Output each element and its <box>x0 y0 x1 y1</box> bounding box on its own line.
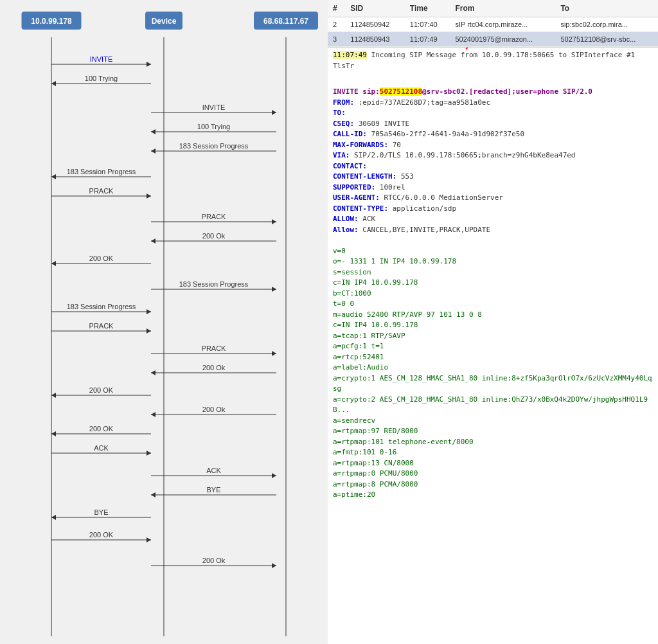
sdp-line: a=rtpmap:13 CN/8000 <box>333 458 653 469</box>
table-row[interactable]: 2 1124850942 11:07:40 sIP rtc04.corp.mir… <box>328 17 658 32</box>
svg-marker-76 <box>147 537 151 542</box>
svg-marker-37 <box>51 261 56 266</box>
svg-text:INVITE: INVITE <box>202 103 225 111</box>
header-line: CSEQ: 30609 INVITE <box>333 119 653 130</box>
svg-text:ACK: ACK <box>94 444 109 452</box>
col-from: From <box>450 0 555 17</box>
svg-text:PRACK: PRACK <box>89 322 114 330</box>
svg-marker-55 <box>51 393 56 398</box>
svg-text:ACK: ACK <box>206 467 221 474</box>
svg-text:BYE: BYE <box>94 508 108 516</box>
header-line: MAX-FORWARDS: 70 <box>333 140 653 151</box>
svg-marker-25 <box>51 174 56 179</box>
sdp-line: a=rtpmap:8 PCMA/8000 <box>333 479 653 490</box>
sdp-line: t=0 0 <box>333 299 653 310</box>
svg-marker-52 <box>151 370 156 375</box>
cell-to: 5027512108@srv-sbc... <box>555 32 658 47</box>
svg-marker-61 <box>51 431 56 436</box>
ladder-diagram: 10.0.99.178Device68.68.117.67INVITE100 T… <box>0 6 328 636</box>
svg-marker-58 <box>151 412 156 417</box>
svg-text:200 Ok: 200 Ok <box>202 557 226 564</box>
col-num: # <box>328 0 345 17</box>
svg-marker-49 <box>272 351 276 356</box>
sdp-line: a=label:Audio <box>333 362 653 373</box>
header-line: FROM: ;epid=737AE268D7;tag=aa9581a0ec <box>333 98 653 109</box>
svg-text:183 Session Progress: 183 Session Progress <box>179 280 249 288</box>
cell-time: 11:07:49 <box>405 32 450 47</box>
header-line: SUPPORTED: 100rel <box>333 183 653 193</box>
invite-line: INVITE sip:5027512108@srv-sbc02.[redacte… <box>333 87 653 98</box>
cell-to: sip:sbc02.corp.mira... <box>555 17 658 32</box>
table-row[interactable]: 3 1124850943 11:07:49 5024001975@mirazon… <box>328 32 658 47</box>
header-line: USER-AGENT: RTCC/6.0.0.0 MediationServer <box>333 193 653 204</box>
svg-marker-70 <box>151 492 156 497</box>
cell-from: sIP rtc04.corp.miraze... <box>450 17 555 32</box>
sdp-line: c=IN IP4 10.0.99.178 <box>333 278 653 289</box>
svg-text:Device: Device <box>152 17 177 26</box>
header-line: CONTENT-TYPE: application/sdp <box>333 204 653 215</box>
sdp-line: a=rtcp:52401 <box>333 352 653 363</box>
svg-text:PRACK: PRACK <box>89 187 114 195</box>
svg-marker-28 <box>147 193 151 199</box>
sdp-line: a=rtpmap:0 PCMU/8000 <box>333 469 653 479</box>
svg-text:183 Session Progress: 183 Session Progress <box>179 142 249 150</box>
sip-table-section: # SID Time From To 2 1124850942 11:07:40… <box>328 0 658 48</box>
sdp-line: v=0 <box>333 246 653 257</box>
sdp-line: a=crypto:1 AES_CM_128_HMAC_SHA1_80 inlin… <box>333 373 653 395</box>
svg-marker-73 <box>51 515 56 520</box>
svg-text:183 Session Progress: 183 Session Progress <box>67 303 136 310</box>
svg-text:100 Trying: 100 Trying <box>85 75 118 82</box>
sdp-line: c=IN IP4 10.0.99.178 <box>333 320 653 331</box>
svg-text:68.68.117.67: 68.68.117.67 <box>263 17 308 26</box>
svg-marker-79 <box>272 563 276 568</box>
cell-num: 2 <box>328 17 345 32</box>
svg-text:BYE: BYE <box>206 486 220 494</box>
svg-marker-19 <box>151 129 156 134</box>
svg-text:PRACK: PRACK <box>202 213 227 220</box>
col-time: Time <box>405 0 450 17</box>
svg-text:200 Ok: 200 Ok <box>202 232 226 240</box>
svg-text:200 Ok: 200 Ok <box>202 364 226 371</box>
header-line: CALL-ID: 705a546b-2ff2-4641-9a4a-91d902f… <box>333 129 653 140</box>
sdp-line: a=tcap:1 RTP/SAVP <box>333 331 653 342</box>
sdp-line: o=- 1331 1 IN IP4 10.0.99.178 <box>333 256 653 267</box>
svg-marker-40 <box>272 287 276 292</box>
sdp-line: a=fmtp:101 0-16 <box>333 447 653 458</box>
svg-marker-64 <box>147 451 151 456</box>
cell-sid: 1124850943 <box>345 32 405 47</box>
header-line: ALLOW: ACK <box>333 214 653 225</box>
sdp-line: a=rtpmap:101 telephone-event/8000 <box>333 437 653 448</box>
col-sid: SID <box>345 0 405 17</box>
cell-time: 11:07:40 <box>405 17 450 32</box>
right-panel: # SID Time From To 2 1124850942 11:07:40… <box>328 0 658 644</box>
header-line: CONTENT-LENGTH: 553 <box>333 172 653 183</box>
header-line: VIA: SIP/2.0/TLS 10.0.99.178:50665;branc… <box>333 150 653 161</box>
cell-num: 3 <box>328 32 345 47</box>
svg-marker-10 <box>147 62 151 67</box>
svg-text:PRACK: PRACK <box>202 344 227 352</box>
svg-marker-31 <box>272 219 276 224</box>
cell-from: 5024001975@mirazon... <box>450 32 555 47</box>
sdp-line: a=rtpmap:97 RED/8000 <box>333 426 653 437</box>
svg-marker-46 <box>147 328 151 334</box>
svg-text:183 Session Progress: 183 Session Progress <box>67 168 136 175</box>
sdp-line: m=audio 52400 RTP/AVP 97 101 13 0 8 <box>333 310 653 321</box>
svg-marker-67 <box>272 473 276 478</box>
svg-text:200 OK: 200 OK <box>89 255 114 262</box>
header-line: Allow: CANCEL,BYE,INVITE,PRACK,UPDATE <box>333 225 653 236</box>
sdp-line: a=sendrecv <box>333 416 653 427</box>
svg-text:200 Ok: 200 Ok <box>202 406 226 413</box>
svg-marker-43 <box>147 309 151 314</box>
svg-marker-16 <box>272 110 276 115</box>
svg-text:100 Trying: 100 Trying <box>197 123 230 130</box>
sdp-line: a=crypto:2 AES_CM_128_HMAC_SHA1_80 inlin… <box>333 395 653 416</box>
svg-text:INVITE: INVITE <box>90 55 112 63</box>
svg-marker-22 <box>151 148 156 154</box>
col-to: To <box>555 0 658 17</box>
svg-text:200 OK: 200 OK <box>89 425 114 433</box>
header-line: TO: <box>333 108 653 119</box>
sip-ladder-panel: 10.0.99.178Device68.68.117.67INVITE100 T… <box>0 0 328 644</box>
svg-text:10.0.99.178: 10.0.99.178 <box>31 17 72 26</box>
header-line: CONTACT: <box>333 161 653 172</box>
svg-marker-13 <box>51 81 56 86</box>
